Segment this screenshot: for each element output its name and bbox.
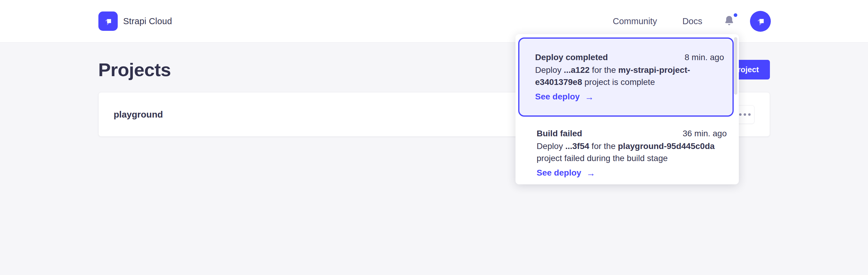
notification-header: Build failed 36 min. ago — [537, 128, 727, 140]
strapi-logo-icon — [754, 15, 767, 28]
ellipsis-icon — [739, 113, 742, 116]
ellipsis-icon — [744, 113, 746, 116]
notification-header: Deploy completed 8 min. ago — [535, 51, 724, 63]
notifications-popover: Deploy completed 8 min. ago Deploy ...a1… — [516, 34, 739, 184]
nav-links: Community Docs — [613, 11, 771, 32]
notification-timestamp: 36 min. ago — [683, 128, 727, 140]
brand-name: Strapi Cloud — [123, 16, 172, 26]
notification-body: Deploy ...3f54 for the playground-95d445… — [537, 140, 727, 164]
notification-item-deploy-completed[interactable]: Deploy completed 8 min. ago Deploy ...a1… — [518, 37, 734, 117]
popover-scrollbar-thumb[interactable] — [734, 37, 737, 94]
see-deploy-link[interactable]: See deploy → — [537, 168, 595, 178]
arrow-right-icon: → — [586, 169, 595, 178]
notification-item-build-failed[interactable]: Build failed 36 min. ago Deploy ...3f54 … — [516, 117, 739, 178]
nav-link-docs[interactable]: Docs — [682, 16, 702, 26]
strapi-logo-icon — [98, 11, 118, 31]
notification-title: Build failed — [537, 128, 582, 140]
bell-icon — [724, 15, 734, 27]
notifications-button[interactable] — [724, 15, 735, 27]
see-deploy-label: See deploy — [537, 168, 581, 178]
arrow-right-icon: → — [585, 92, 594, 102]
brand[interactable]: Strapi Cloud — [98, 11, 172, 31]
notification-timestamp: 8 min. ago — [684, 51, 724, 63]
avatar[interactable] — [750, 11, 771, 32]
project-name: playground — [114, 109, 163, 120]
see-deploy-label: See deploy — [535, 92, 580, 102]
ellipsis-icon — [748, 113, 751, 116]
page-title: Projects — [98, 59, 171, 80]
notification-body: Deploy ...a122 for the my-strapi-project… — [535, 64, 724, 88]
notification-title: Deploy completed — [535, 51, 608, 63]
see-deploy-link[interactable]: See deploy → — [535, 92, 594, 102]
notification-dot — [734, 13, 737, 17]
nav-link-community[interactable]: Community — [613, 16, 657, 26]
